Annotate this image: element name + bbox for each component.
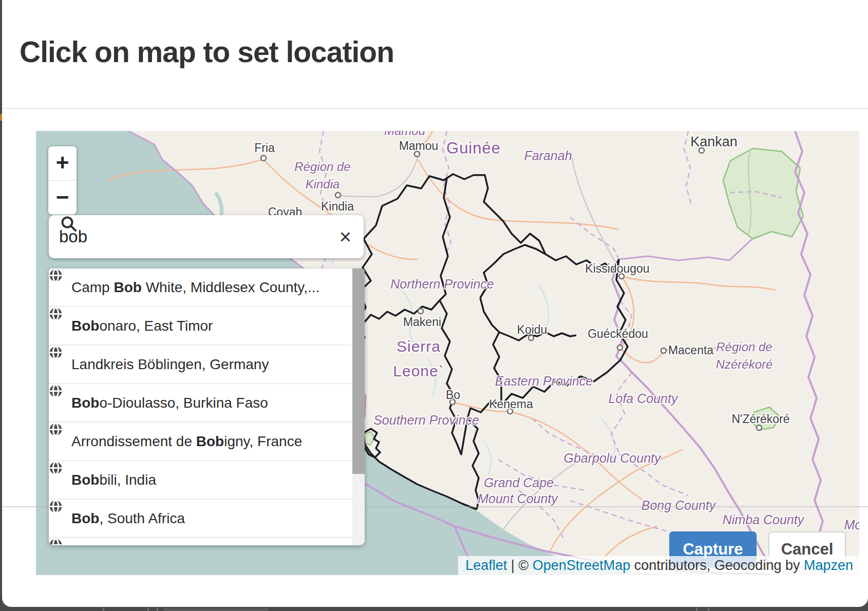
globe-icon — [49, 461, 63, 475]
leaflet-link[interactable]: Leaflet — [465, 558, 507, 573]
label-kindia-city: Kindia — [321, 200, 354, 213]
zoom-out-button[interactable]: − — [48, 181, 77, 215]
label-bong-county: Bong County — [641, 498, 716, 512]
search-icon — [60, 215, 78, 233]
zoom-control: + − — [48, 146, 77, 215]
label-grand-cape: Grand Cape — [484, 475, 554, 490]
label-macenta: Macenta — [668, 343, 713, 357]
globe-icon — [49, 538, 63, 545]
map-canvas[interactable]: Guinée Sierra Leone` Kankan Mamou Mamou … — [36, 131, 859, 575]
background-page-remnant — [696, 607, 697, 611]
label-leone: Leone` — [393, 362, 444, 379]
label-koidu: Koidu — [517, 323, 548, 336]
modal-bottom-edge — [2, 595, 868, 607]
label-montserrado-cut: Mor — [844, 518, 859, 532]
label-mamou-city: Mamou — [399, 139, 439, 152]
globe-icon — [49, 500, 63, 513]
result-label: Bob, South Africa — [71, 510, 185, 527]
clear-search-icon[interactable]: × — [339, 226, 351, 247]
globe-icon — [49, 423, 63, 436]
label-nzerekore-city: N'Zérékoré — [731, 412, 789, 426]
search-input[interactable] — [58, 226, 339, 247]
mapzen-link[interactable]: Mapzen — [804, 558, 853, 573]
label-fria: Fria — [254, 141, 275, 155]
label-region-de-kindia-1: Région de — [294, 160, 350, 174]
label-gbarpolu-county: Gbarpolu County — [563, 451, 662, 465]
label-mamou-region: Mamou — [384, 131, 425, 138]
result-label: Arrondissement de Bobigny, France — [71, 433, 302, 450]
page-title: Click on map to set location — [20, 35, 394, 69]
search-result-item[interactable]: Landkreis Böblingen, Germany — [49, 346, 352, 384]
zoom-in-button[interactable]: + — [48, 146, 77, 181]
label-mount-county: Mount County — [478, 491, 558, 506]
search-result-item[interactable]: Bob, Cameroon — [49, 538, 352, 545]
label-lofa-county: Lofa County — [609, 391, 678, 406]
result-label: Bobo-Dioulasso, Burkina Faso — [71, 395, 268, 411]
modal-left-border — [0, 0, 2, 611]
label-sierra: Sierra — [397, 338, 441, 355]
result-label: Bobbili, India — [71, 472, 156, 488]
results-scrollbar[interactable] — [352, 269, 365, 545]
globe-icon — [49, 269, 63, 282]
background-page-remnant — [708, 607, 709, 611]
label-makeni: Makeni — [403, 315, 441, 329]
label-region-de-kindia-2: Kindia — [306, 177, 340, 191]
forest-areas — [363, 148, 803, 445]
label-kankan: Kankan — [690, 134, 738, 149]
search-result-item[interactable]: Bobbili, India — [49, 461, 352, 500]
globe-icon — [49, 346, 63, 359]
map-attribution: Leaflet | © OpenStreetMap contributors, … — [458, 556, 859, 575]
search-result-item[interactable]: Bob, South Africa — [49, 500, 352, 538]
label-region-de-nzerekore-2: Nzérékoré — [716, 357, 773, 371]
label-kenema: Kenema — [489, 397, 533, 411]
label-eastern-province: Eastern Province — [495, 374, 593, 388]
result-label: Bobonaro, East Timor — [71, 318, 213, 334]
label-kissidougou: Kissidougou — [585, 262, 649, 275]
search-result-item[interactable]: Bobo-Dioulasso, Burkina Faso — [49, 384, 352, 423]
background-page-remnant — [157, 607, 158, 611]
label-bo: Bo — [446, 388, 460, 402]
search-results-panel: Camp Bob White, Middlesex County,... Bob… — [49, 269, 365, 545]
label-faranah: Faranah — [524, 148, 572, 163]
search-result-item[interactable]: Arrondissement de Bobigny, France — [49, 423, 352, 461]
attribution-middle: contributors, Geocoding by — [630, 558, 804, 573]
search-box: × — [49, 215, 364, 258]
background-page-remnant — [147, 607, 149, 611]
background-page-remnant — [163, 608, 269, 611]
background-page-remnant — [103, 607, 104, 611]
result-label: Camp Bob White, Middlesex County,... — [71, 279, 319, 296]
openstreetmap-link[interactable]: OpenStreetMap — [533, 558, 631, 573]
label-nimba-county: Nimba County — [723, 512, 805, 527]
label-southern-province: Southern Province — [373, 413, 479, 427]
header-divider — [0, 108, 868, 109]
label-region-de-nzerekore-1: Région de — [716, 340, 772, 354]
globe-icon — [49, 307, 63, 321]
search-result-item[interactable]: Camp Bob White, Middlesex County,... — [49, 269, 352, 307]
left-border-notch — [0, 114, 2, 121]
location-picker-modal: Click on map to set location — [0, 0, 868, 611]
globe-icon — [49, 384, 63, 398]
result-label: Landkreis Böblingen, Germany — [71, 356, 269, 373]
label-northern-province: Northern Province — [390, 277, 494, 291]
label-guinee: Guinée — [446, 139, 501, 157]
search-result-item[interactable]: Bobonaro, East Timor — [49, 307, 352, 346]
attribution-sep: | © — [507, 558, 532, 573]
scrollbar-thumb[interactable] — [352, 269, 365, 474]
label-gueckedou: Guéckédou — [588, 327, 648, 340]
